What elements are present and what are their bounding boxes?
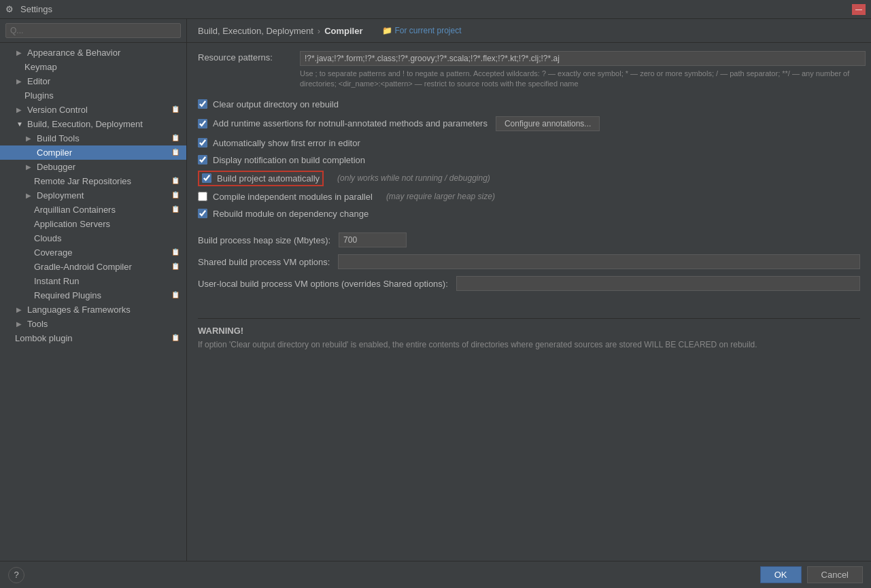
expand-arrow: ▶ [16, 320, 26, 328]
resource-patterns-field[interactable]: !?*.java;!?*.form;!?*.class;!?*.groovy;!… [300, 51, 866, 66]
sidebar-item-label: Build, Execution, Deployment [27, 119, 181, 129]
heap-size-input[interactable] [339, 232, 407, 247]
shared-vm-label: Shared build process VM options: [198, 256, 338, 267]
build-automatically-note: (only works while not running / debuggin… [337, 173, 490, 183]
sidebar-item-label: Lombok plugin [15, 333, 169, 343]
sidebar-item-clouds[interactable]: Clouds [0, 231, 186, 245]
external-badge: 📋 [171, 205, 181, 215]
expand-arrow: ▶ [26, 163, 35, 171]
expand-arrow: ▶ [16, 106, 26, 114]
ok-button[interactable]: OK [760, 566, 802, 583]
build-automatically-label: Build project automatically [217, 173, 320, 184]
warning-section: WARNING! If option 'Clear output directo… [198, 318, 860, 358]
compile-parallel-checkbox[interactable] [198, 192, 207, 201]
sidebar-item-plugins[interactable]: Plugins [0, 88, 186, 103]
sidebar: ▶ Appearance & Behavior Keymap ▶ Editor … [0, 19, 187, 561]
external-badge: 📋 [171, 134, 181, 143]
shared-vm-input[interactable] [338, 254, 860, 269]
sidebar-item-tools[interactable]: ▶ Tools [0, 317, 186, 331]
sidebar-item-version-control[interactable]: ▶ Version Control 📋 [0, 103, 186, 117]
cancel-button[interactable]: Cancel [807, 566, 863, 583]
sidebar-item-label: Clouds [34, 233, 181, 243]
rebuild-dependency-checkbox[interactable] [198, 209, 207, 218]
expand-arrow: ▼ [16, 120, 26, 128]
sidebar-item-remote-jar[interactable]: Remote Jar Repositories 📋 [0, 174, 186, 188]
sidebar-item-build-tools[interactable]: ▶ Build Tools 📋 [0, 131, 186, 145]
sidebar-item-label: Gradle-Android Compiler [34, 262, 169, 272]
sidebar-item-required-plugins[interactable]: Required Plugins 📋 [0, 288, 186, 302]
sidebar-item-debugger[interactable]: ▶ Debugger [0, 160, 186, 174]
add-runtime-assertions-checkbox[interactable] [198, 119, 207, 128]
heap-size-label: Build process heap size (Mbytes): [198, 234, 339, 245]
external-badge: 📋 [171, 177, 181, 186]
configure-annotations-button[interactable]: Configure annotations... [496, 116, 600, 131]
breadcrumb-root: Build, Execution, Deployment [198, 26, 313, 36]
sidebar-item-compiler[interactable]: ▶ Compiler 📋 [0, 145, 186, 160]
clear-output-row: Clear output directory on rebuild [198, 98, 860, 111]
compile-parallel-note: (may require larger heap size) [386, 192, 495, 201]
user-vm-label: User-local build process VM options (ove… [198, 277, 456, 289]
expand-arrow: ▶ [26, 192, 35, 199]
heap-size-row: Build process heap size (Mbytes): [198, 232, 860, 247]
expand-arrow: ▶ [26, 149, 35, 156]
external-badge: 📋 [171, 105, 181, 115]
expand-arrow: ▶ [16, 306, 26, 313]
sidebar-item-label: Application Servers [34, 219, 181, 229]
sidebar-item-label: Languages & Frameworks [27, 305, 181, 315]
sidebar-item-lombok[interactable]: Lombok plugin 📋 [0, 331, 186, 345]
sidebar-item-label: Deployment [37, 190, 169, 201]
sidebar-item-deployment[interactable]: ▶ Deployment 📋 [0, 188, 186, 203]
sidebar-item-label: Keymap [24, 62, 181, 72]
sidebar-item-label: Version Control [27, 105, 169, 115]
sidebar-item-editor[interactable]: ▶ Editor [0, 74, 186, 88]
external-badge: 📋 [171, 334, 181, 343]
sidebar-item-application-servers[interactable]: Application Servers [0, 217, 186, 231]
warning-title: WARNING! [198, 326, 860, 336]
main-content: ▶ Appearance & Behavior Keymap ▶ Editor … [0, 19, 871, 561]
user-vm-input[interactable] [456, 276, 860, 291]
clear-output-label: Clear output directory on rebuild [213, 99, 339, 109]
content-area: Build, Execution, Deployment › Compiler … [187, 19, 871, 561]
sidebar-item-build-execution-deployment[interactable]: ▼ Build, Execution, Deployment [0, 117, 186, 131]
close-button[interactable]: — [852, 4, 866, 15]
show-first-error-checkbox[interactable] [198, 138, 207, 148]
search-box [0, 19, 186, 43]
project-icon: 📁 [382, 26, 392, 35]
sidebar-item-label: Editor [27, 76, 181, 86]
sidebar-item-label: Instant Run [34, 276, 181, 286]
resource-patterns-hint: Use ; to separate patterns and ! to nega… [300, 69, 860, 90]
build-automatically-checkbox[interactable] [202, 173, 211, 183]
sidebar-item-label: Compiler [37, 148, 169, 158]
compile-parallel-label: Compile independent modules in parallel [213, 192, 373, 202]
sidebar-item-instant-run[interactable]: Instant Run [0, 274, 186, 288]
sidebar-item-label: Appearance & Behavior [27, 48, 181, 58]
sidebar-item-appearance[interactable]: ▶ Appearance & Behavior [0, 46, 186, 60]
sidebar-item-languages[interactable]: ▶ Languages & Frameworks [0, 302, 186, 317]
bottom-bar: ? OK Cancel [0, 561, 871, 588]
bottom-actions: OK Cancel [760, 566, 863, 583]
display-notification-checkbox[interactable] [198, 155, 207, 165]
sidebar-item-keymap[interactable]: Keymap [0, 60, 186, 74]
search-input[interactable] [5, 23, 181, 38]
show-first-error-label: Automatically show first error in editor [213, 138, 360, 148]
rebuild-dependency-label: Rebuild module on dependency change [213, 209, 369, 219]
external-badge: 📋 [171, 148, 181, 158]
sidebar-item-coverage[interactable]: Coverage 📋 [0, 245, 186, 260]
expand-arrow: ▶ [16, 77, 26, 85]
content-header: Build, Execution, Deployment › Compiler … [187, 19, 871, 43]
display-notification-row: Display notification on build completion [198, 154, 860, 167]
external-badge: 📋 [171, 248, 181, 258]
breadcrumb-current: Compiler [324, 26, 362, 36]
sidebar-item-arquillian[interactable]: Arquillian Containers 📋 [0, 203, 186, 217]
shared-vm-row: Shared build process VM options: [198, 254, 860, 269]
display-notification-label: Display notification on build completion [213, 155, 365, 165]
sidebar-item-label: Tools [27, 319, 181, 329]
sidebar-item-gradle-android[interactable]: Gradle-Android Compiler 📋 [0, 260, 186, 274]
help-button[interactable]: ? [8, 567, 24, 583]
sidebar-item-label: Arquillian Containers [34, 205, 169, 215]
clear-output-checkbox[interactable] [198, 99, 207, 109]
window-title: Settings [20, 4, 52, 14]
sidebar-item-label: Remote Jar Repositories [34, 176, 169, 186]
for-current-project-button[interactable]: 📁 For current project [377, 24, 467, 37]
build-automatically-highlighted: Build project automatically [198, 171, 324, 186]
